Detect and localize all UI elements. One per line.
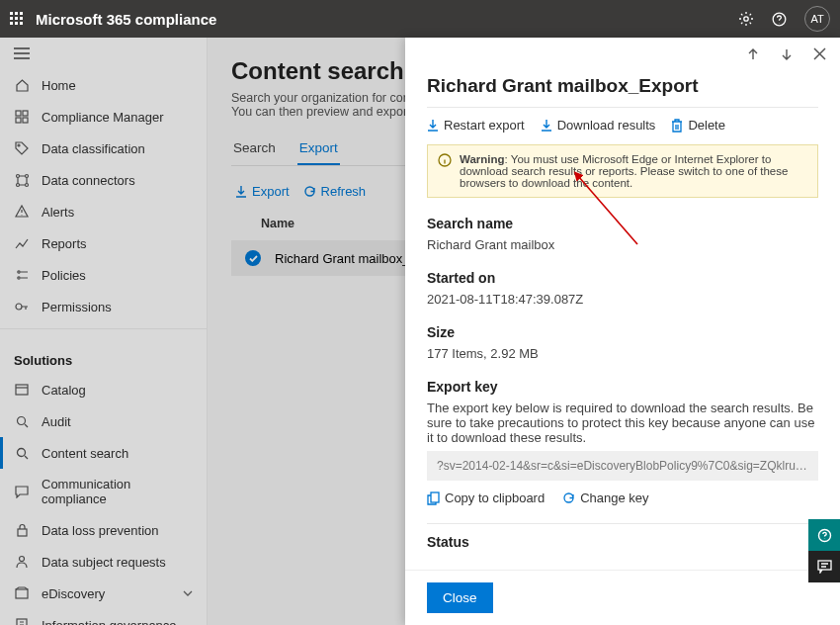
- download-results-button[interactable]: Download results: [541, 118, 656, 133]
- top-bar: Microsoft 365 compliance AT: [0, 0, 840, 38]
- panel-down-icon[interactable]: [780, 47, 794, 61]
- connector-icon: [14, 172, 30, 188]
- sidebar-item-reports[interactable]: Reports: [0, 227, 207, 259]
- svg-rect-3: [23, 111, 28, 116]
- hamburger-icon[interactable]: [0, 38, 207, 69]
- svg-point-13: [16, 304, 22, 310]
- sidebar-item-label: Data connectors: [42, 173, 135, 188]
- size-value: 177 Items, 2.92 MB: [427, 346, 818, 361]
- check-icon: [245, 250, 261, 266]
- trash-icon: [671, 119, 683, 133]
- sidebar-item-ediscovery[interactable]: eDiscovery: [0, 578, 207, 609]
- sidebar-item-dlp[interactable]: Data loss prevention: [0, 514, 207, 546]
- svg-rect-14: [16, 385, 28, 395]
- copy-clipboard-button[interactable]: Copy to clipboard: [427, 491, 545, 505]
- svg-point-15: [17, 416, 25, 424]
- export-key-desc: The export key below is required to down…: [427, 401, 818, 445]
- svg-point-8: [25, 174, 28, 177]
- sidebar-item-home[interactable]: Home: [0, 69, 207, 101]
- svg-point-11: [18, 271, 20, 273]
- sidebar-item-commcompliance[interactable]: Communication compliance: [0, 469, 207, 514]
- export-key-value[interactable]: ?sv=2014-02-14&sr=c&si=eDiscoveryBlobPol…: [427, 451, 818, 481]
- size-label: Size: [427, 324, 818, 340]
- svg-rect-4: [16, 118, 21, 123]
- home-icon: [14, 77, 30, 93]
- search-name-value: Richard Grant mailbox: [427, 237, 818, 252]
- refresh-label: Refresh: [321, 184, 367, 199]
- svg-rect-23: [431, 492, 439, 502]
- started-on-label: Started on: [427, 270, 818, 286]
- sidebar-item-label: Permissions: [42, 300, 112, 314]
- sidebar-item-infogov[interactable]: Information governance: [0, 609, 207, 625]
- restart-export-button[interactable]: Restart export: [427, 118, 525, 133]
- sidebar-item-label: Audit: [42, 414, 71, 429]
- svg-point-6: [18, 144, 20, 146]
- gear-icon[interactable]: [738, 11, 754, 27]
- svg-rect-19: [16, 589, 28, 598]
- sidebar-item-compliance[interactable]: Compliance Manager: [0, 101, 207, 133]
- status-label: Status: [427, 534, 818, 550]
- sidebar-item-label: Policies: [42, 268, 86, 283]
- svg-point-7: [16, 174, 19, 177]
- svg-point-9: [16, 183, 19, 186]
- export-key-label: Export key: [427, 379, 818, 395]
- sidebar-item-permissions[interactable]: Permissions: [0, 291, 207, 322]
- sidebar-item-label: Content search: [42, 446, 128, 461]
- export-button[interactable]: Export: [235, 184, 290, 199]
- permissions-icon: [14, 299, 30, 314]
- catalog-icon: [14, 382, 30, 398]
- sidebar-section-solutions: Solutions: [0, 335, 207, 374]
- lock-icon: [14, 522, 30, 538]
- refresh-button[interactable]: Refresh: [303, 184, 367, 199]
- reports-icon: [14, 235, 30, 251]
- copy-icon: [427, 491, 440, 505]
- sidebar-item-alerts[interactable]: Alerts: [0, 196, 207, 227]
- help-bubble-button[interactable]: [808, 519, 840, 551]
- sidebar-item-label: Data classification: [42, 141, 145, 156]
- chat-icon: [14, 484, 30, 499]
- svg-rect-25: [818, 561, 831, 570]
- download-icon: [427, 119, 439, 132]
- sidebar-item-label: Information governance: [42, 618, 177, 626]
- svg-point-10: [25, 183, 28, 186]
- search-icon: [14, 445, 30, 461]
- export-label: Export: [252, 184, 290, 199]
- warning-banner: Warning: You must use Microsoft Edge or …: [427, 144, 818, 198]
- avatar[interactable]: AT: [804, 6, 830, 32]
- ediscovery-icon: [14, 585, 30, 601]
- close-icon[interactable]: [813, 47, 826, 61]
- sidebar-item-contentsearch[interactable]: Content search: [0, 437, 207, 469]
- sidebar-item-policies[interactable]: Policies: [0, 259, 207, 291]
- download-icon: [541, 119, 552, 132]
- svg-point-0: [744, 17, 748, 21]
- sidebar-item-label: Reports: [42, 236, 87, 251]
- sidebar-item-label: Home: [42, 78, 76, 93]
- help-icon[interactable]: [772, 12, 787, 27]
- sidebar-item-audit[interactable]: Audit: [0, 405, 207, 437]
- warning-text: : You must use Microsoft Edge or Interne…: [460, 153, 788, 189]
- search-name-label: Search name: [427, 216, 818, 231]
- sidebar-item-label: eDiscovery: [42, 586, 105, 601]
- refresh-icon: [562, 491, 575, 504]
- sidebar-item-dataclass[interactable]: Data classification: [0, 133, 207, 164]
- close-button[interactable]: Close: [427, 582, 493, 613]
- alert-icon: [14, 204, 30, 220]
- panel-up-icon[interactable]: [746, 47, 760, 61]
- tab-export[interactable]: Export: [297, 133, 340, 165]
- sidebar-item-label: Data subject requests: [42, 555, 166, 570]
- delete-button[interactable]: Delete: [671, 118, 725, 133]
- svg-point-12: [18, 277, 20, 279]
- tab-search[interactable]: Search: [231, 133, 278, 165]
- sidebar-item-catalog[interactable]: Catalog: [0, 374, 207, 405]
- details-panel: Richard Grant mailbox_Export Restart exp…: [405, 38, 840, 625]
- sidebar-item-dsr[interactable]: Data subject requests: [0, 546, 207, 578]
- feedback-button[interactable]: [808, 551, 840, 582]
- svg-rect-2: [16, 111, 21, 116]
- sidebar-item-label: Communication compliance: [42, 477, 193, 506]
- sidebar-item-label: Compliance Manager: [42, 110, 164, 125]
- sidebar-item-connectors[interactable]: Data connectors: [0, 164, 207, 196]
- app-launcher-icon[interactable]: [10, 12, 24, 26]
- sidebar: Home Compliance Manager Data classificat…: [0, 38, 208, 625]
- tag-icon: [14, 140, 30, 156]
- change-key-button[interactable]: Change key: [562, 491, 648, 505]
